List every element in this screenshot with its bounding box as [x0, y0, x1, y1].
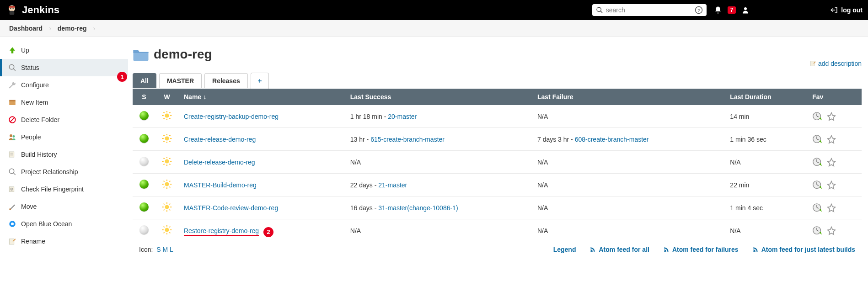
- status-ball-icon[interactable]: [139, 180, 149, 189]
- last-success-link[interactable]: 20-master: [388, 113, 417, 120]
- job-name-link[interactable]: Create-registry-backup-demo-reg: [184, 113, 279, 120]
- sunny-weather-icon: [162, 133, 172, 143]
- svg-rect-2: [9, 6, 15, 8]
- sidebar-item-new-item[interactable]: New Item: [0, 94, 128, 111]
- search-input[interactable]: [606, 6, 692, 14]
- status-ball-icon[interactable]: [139, 157, 149, 166]
- last-failure-link[interactable]: 608-create-branch-master: [575, 136, 649, 143]
- sidebar-item-configure[interactable]: Configure: [0, 76, 128, 94]
- job-name-link[interactable]: Delete-release-demo-reg: [184, 159, 255, 166]
- add-description-link[interactable]: add description: [810, 60, 862, 67]
- last-duration-cell: 14 min: [724, 105, 807, 128]
- sidebar-item-up[interactable]: Up: [0, 42, 128, 59]
- favorite-star-icon[interactable]: [827, 112, 836, 121]
- svg-line-86: [170, 210, 171, 211]
- sidebar-item-check-fingerprint[interactable]: Check File Fingerprint: [0, 181, 128, 198]
- edit-icon: [810, 60, 816, 67]
- sidebar-item-status[interactable]: Status: [0, 59, 128, 76]
- breadcrumb-sep: ›: [93, 25, 96, 32]
- svg-point-4: [12, 8, 13, 9]
- table-header-row: S W Name↓ Last Success Last Failure Last…: [133, 89, 862, 105]
- tab-releases[interactable]: Releases: [204, 73, 248, 88]
- user-block[interactable]: [741, 5, 821, 15]
- job-name-link[interactable]: Restore-registry-demo-reg: [184, 227, 259, 236]
- build-now-icon[interactable]: [812, 134, 822, 144]
- sunny-weather-icon: [162, 156, 172, 166]
- logo[interactable]: Jenkins: [5, 4, 59, 16]
- col-last-success[interactable]: Last Success: [345, 89, 532, 105]
- icon-size-s[interactable]: S: [156, 246, 161, 253]
- job-name-link[interactable]: MASTER-Code-review-demo-reg: [184, 204, 278, 212]
- sidebar-item-move[interactable]: Move: [0, 198, 128, 215]
- table-row: MASTER-Code-review-demo-reg 16 days - 31…: [133, 196, 862, 219]
- svg-point-10: [9, 64, 14, 69]
- job-name-link[interactable]: Create-release-demo-reg: [184, 136, 256, 143]
- sidebar-item-label: Project Relationship: [21, 168, 78, 175]
- last-duration-cell: N/A: [724, 219, 807, 242]
- favorite-star-icon[interactable]: [827, 181, 836, 190]
- sidebar-item-project-relationship[interactable]: Project Relationship: [0, 163, 128, 181]
- last-failure-cell: N/A: [532, 196, 724, 219]
- last-success-link[interactable]: 615-create-branch-master: [370, 136, 445, 143]
- icon-size-l[interactable]: L: [170, 246, 173, 253]
- col-last-failure[interactable]: Last Failure: [532, 89, 724, 105]
- sidebar-item-delete-folder[interactable]: Delete Folder: [0, 111, 128, 128]
- sidebar-item-blue-ocean[interactable]: Open Blue Ocean: [0, 215, 128, 233]
- col-name[interactable]: Name↓: [178, 89, 345, 105]
- sidebar-item-rename[interactable]: Rename: [0, 233, 128, 250]
- last-success-link[interactable]: 31-master(change-10086-1): [378, 204, 458, 212]
- sidebar-item-people[interactable]: People: [0, 128, 128, 146]
- last-success-link[interactable]: 21-master: [378, 181, 407, 189]
- svg-line-97: [164, 227, 165, 228]
- status-ball-icon[interactable]: [139, 202, 149, 212]
- tab-add[interactable]: ＋: [251, 73, 269, 89]
- favorite-star-icon[interactable]: [827, 158, 836, 167]
- col-status[interactable]: S: [133, 89, 155, 105]
- sidebar-item-build-history[interactable]: Build History: [0, 146, 128, 163]
- favorite-star-icon[interactable]: [827, 203, 836, 212]
- favorite-star-icon[interactable]: [827, 135, 836, 144]
- job-name-link[interactable]: MASTER-Build-demo-reg: [184, 181, 257, 189]
- breadcrumb-item[interactable]: demo-reg: [58, 25, 87, 32]
- build-now-icon[interactable]: [812, 111, 822, 122]
- notif-count-badge[interactable]: 7: [728, 6, 736, 14]
- search-help-icon[interactable]: ?: [695, 6, 703, 14]
- col-last-duration[interactable]: Last Duration: [724, 89, 807, 105]
- breadcrumb-item[interactable]: Dashboard: [9, 25, 43, 32]
- tabs: 1 All MASTER Releases ＋: [128, 73, 862, 89]
- tab-master[interactable]: MASTER: [159, 73, 202, 88]
- status-ball-icon[interactable]: [139, 111, 149, 120]
- sidebar-item-label: Move: [21, 203, 37, 210]
- build-now-icon[interactable]: [812, 180, 822, 190]
- col-weather[interactable]: W: [155, 89, 178, 105]
- jobs-table: S W Name↓ Last Success Last Failure Last…: [133, 89, 862, 242]
- col-fav[interactable]: Fav: [807, 89, 862, 105]
- svg-rect-12: [9, 101, 16, 105]
- sidebar-item-label: Rename: [21, 238, 45, 245]
- tab-all[interactable]: All: [133, 73, 156, 88]
- feed-all-link[interactable]: Atom feed for all: [589, 246, 649, 253]
- sunny-weather-icon: [162, 111, 172, 121]
- icon-size-m[interactable]: M: [162, 246, 168, 253]
- annotation-1: 1: [117, 72, 127, 82]
- bell-icon[interactable]: [714, 6, 722, 14]
- feed-failures-link[interactable]: Atom feed for failures: [663, 246, 739, 253]
- build-now-icon[interactable]: [812, 226, 822, 236]
- logout-button[interactable]: log out: [830, 6, 863, 14]
- build-now-icon[interactable]: [812, 203, 822, 213]
- folder-icon: [133, 47, 149, 62]
- build-now-icon[interactable]: [812, 157, 822, 167]
- status-ball-icon[interactable]: [139, 225, 149, 234]
- legend-link[interactable]: Legend: [553, 246, 576, 253]
- sort-down-icon: ↓: [203, 93, 206, 101]
- status-ball-icon[interactable]: [139, 134, 149, 143]
- svg-line-11: [13, 69, 16, 71]
- svg-point-9: [744, 7, 747, 10]
- favorite-star-icon[interactable]: [827, 226, 836, 235]
- feed-latest-link[interactable]: Atom feed for just latest builds: [752, 246, 855, 253]
- search-box[interactable]: ?: [592, 4, 707, 16]
- last-duration-cell: 1 min 36 sec: [724, 128, 807, 151]
- table-row: Create-release-demo-reg 13 hr - 615-crea…: [133, 128, 862, 151]
- sidebar-item-label: Check File Fingerprint: [21, 186, 84, 193]
- sidebar-item-label: Configure: [21, 81, 49, 89]
